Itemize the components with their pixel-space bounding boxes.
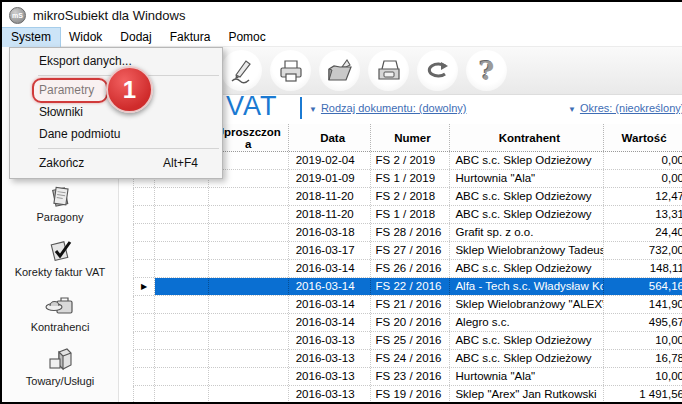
sidebar-item-partial[interactable] [2,399,118,404]
row-value-cell: 564,16 [604,278,682,295]
partial-icon [45,399,75,404]
header-wartosc[interactable]: Wartość [604,124,682,151]
table-row[interactable]: 2016-03-14 FS 20 / 2016 Alegro s.c. 495,… [133,314,682,332]
row-selector-cell [134,386,155,403]
system-menu-dropdown: Eksport danych... Parametry Słowniki Dan… [9,47,223,179]
row-selector-cell [134,296,155,313]
row-flag-cell [155,260,209,277]
table-row[interactable]: ▶ 2016-03-14 FS 22 / 2016 Alfa - Tech s.… [133,278,682,296]
row-contractor-cell: Sklep Wielobranżowy Tadeusz [450,242,604,259]
row-number-cell: FS 22 / 2016 [371,278,451,295]
row-value-cell: 10,00 [604,368,682,385]
row-number-cell: FS 27 / 2016 [371,242,451,259]
table-row[interactable]: 2016-03-14 FS 26 / 2016 ABC s.c. Sklep O… [133,260,682,278]
row-value-cell: 12,47 [604,188,682,205]
row-uproszczona-cell [209,260,289,277]
row-uproszczona-cell [209,224,289,241]
period-filter[interactable]: ▼Okres: (nieokreślony) [568,102,682,114]
row-uproszczona-cell [209,188,289,205]
row-flag-cell [155,368,209,385]
row-date-cell: 2016-03-13 [289,368,371,385]
row-contractor-cell: ABC s.c. Sklep Odzieżowy [450,188,604,205]
row-value-cell: 495,67 [604,314,682,331]
sidebar-item-korekty-faktur-vat[interactable]: Korekty faktur VAT [2,238,118,278]
window-title: mikroSubiekt dla Windows [33,8,185,23]
row-selector-cell [134,368,155,385]
table-row[interactable]: 2016-03-13 FS 24 / 2016 ABC s.c. Sklep O… [133,350,682,368]
row-flag-cell [155,296,209,313]
row-number-cell: FS 1 / 2018 [371,206,451,223]
row-number-cell: FS 19 / 2016 [371,386,451,403]
header-numer[interactable]: Numer [371,124,451,151]
row-uproszczona-cell [209,350,289,367]
menubar-item-faktura[interactable]: Faktura [161,28,220,47]
row-number-cell: FS 25 / 2016 [371,332,451,349]
sidebar-item-paragony[interactable]: Paragony [2,183,118,223]
table-row[interactable]: 2016-03-13 FS 23 / 2016 Hurtownia "Ala" … [133,368,682,386]
sidebar-item-kontrahenci[interactable]: Kontrahenci [2,292,118,333]
row-value-cell: 0,00 [604,152,682,169]
annotation-badge-1: 1 [106,66,153,113]
row-number-cell: FS 26 / 2016 [371,260,451,277]
row-number-cell: FS 21 / 2016 [371,296,451,313]
menubar-item-widok[interactable]: Widok [60,28,111,47]
menu-item-zakoncz[interactable]: ZakończAlt+F4 [10,152,222,174]
row-selector-cell: ▶ [134,278,155,295]
row-date-cell: 2016-03-13 [289,386,371,403]
row-date-cell: 2016-03-17 [289,242,371,259]
title-bar: mS mikroSubiekt dla Windows [2,2,682,28]
menu-shortcut: Alt+F4 [163,152,222,174]
row-flag-cell [155,278,209,295]
menu-bar: System Widok Dodaj Faktura Pomoc [2,28,682,47]
row-date-cell: 2019-01-09 [289,170,371,187]
row-value-cell: 0,00 [604,170,682,187]
row-selector-cell [134,206,155,223]
row-number-cell: FS 20 / 2016 [371,314,451,331]
print-tray-icon[interactable] [368,50,409,91]
open-folder-icon[interactable] [319,50,360,91]
menu-item-dane-podmiotu[interactable]: Dane podmiotu [10,123,222,145]
undo-icon[interactable] [417,50,458,91]
row-flag-cell [155,188,209,205]
row-uproszczona-cell [209,278,289,295]
menubar-item-system[interactable]: System [2,28,60,47]
row-selector-cell [134,188,155,205]
row-contractor-cell: Alfa - Tech s.c. Władysław Ko [450,278,604,295]
table-row[interactable]: 2016-03-14 FS 21 / 2016 Sklep Wielobranż… [133,296,682,314]
row-flag-cell [155,332,209,349]
pen-icon[interactable] [221,50,262,91]
table-row[interactable]: 2016-03-13 FS 19 / 2016 Sklep "Arex" Jan… [133,386,682,404]
check-document-icon [45,238,75,265]
row-date-cell: 2016-03-18 [289,224,371,241]
header-kontrahent[interactable]: Kontrahent [450,124,604,151]
row-date-cell: 2019-02-04 [289,152,371,169]
row-selector-cell [134,332,155,349]
help-icon[interactable]: ? [466,50,507,91]
row-number-cell: FS 1 / 2019 [371,170,451,187]
table-row[interactable]: 2018-11-20 FS 1 / 2018 ABC s.c. Sklep Od… [133,206,682,224]
table-row[interactable]: 2016-03-13 FS 25 / 2016 ABC s.c. Sklep O… [133,332,682,350]
row-contractor-cell: Sklep Wielobranżowy "ALEX" [450,296,604,313]
sidebar-item-towary-uslugi[interactable]: Towary/Usługi [2,346,118,387]
header-data[interactable]: Data [289,124,371,151]
menubar-item-dodaj[interactable]: Dodaj [111,28,160,47]
printer-icon[interactable] [270,50,311,91]
table-row[interactable]: 2016-03-17 FS 27 / 2016 Sklep Wielobranż… [133,242,682,260]
table-row[interactable]: 2018-11-20 FS 2 / 2018 ABC s.c. Sklep Od… [133,188,682,206]
app-window: mS mikroSubiekt dla Windows System Widok… [0,0,682,404]
page-title-vat: VAT [226,91,278,122]
row-value-cell: 141,90 [604,296,682,313]
row-value-cell: 732,00 [604,242,682,259]
receipts-icon [45,183,75,210]
goods-box-icon [45,346,75,374]
menubar-item-pomoc[interactable]: Pomoc [219,28,274,47]
row-contractor-cell: Alegro s.c. [450,314,604,331]
table-row[interactable]: 2016-03-18 FS 28 / 2016 Grafit sp. z o.o… [133,224,682,242]
row-number-cell: FS 2 / 2018 [371,188,451,205]
row-number-cell: FS 2 / 2019 [371,152,451,169]
doc-type-filter[interactable]: ▼Rodzaj dokumentu: (dowolny) [309,102,466,114]
row-date-cell: 2016-03-13 [289,332,371,349]
row-date-cell: 2018-11-20 [289,206,371,223]
row-contractor-cell: Sklep "Arex" Jan Rutkowski [450,386,604,403]
row-contractor-cell: Grafit sp. z o.o. [450,224,604,241]
